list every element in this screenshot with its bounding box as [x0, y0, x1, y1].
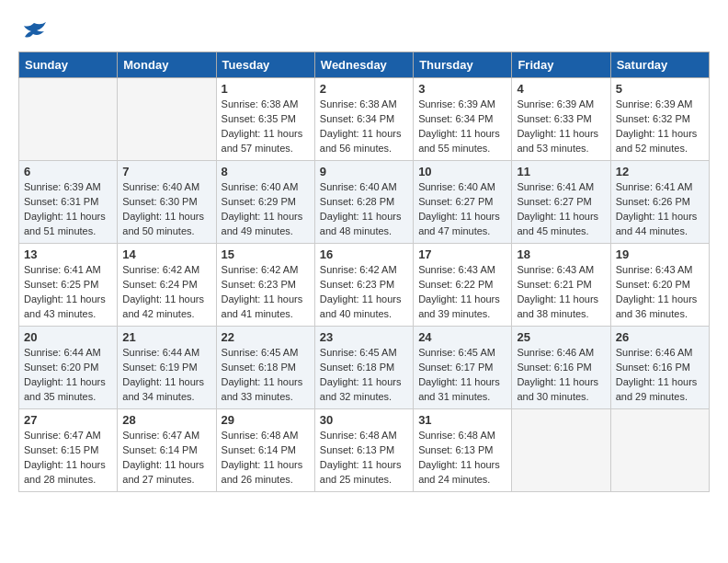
day-number: 24 — [418, 330, 506, 344]
calendar-cell: 13Sunrise: 6:41 AM Sunset: 6:25 PM Dayli… — [19, 244, 118, 327]
calendar-cell: 18Sunrise: 6:43 AM Sunset: 6:21 PM Dayli… — [512, 244, 610, 327]
header-friday: Friday — [512, 52, 610, 78]
day-info: Sunrise: 6:40 AM Sunset: 6:29 PM Dayligh… — [222, 181, 303, 236]
day-info: Sunrise: 6:38 AM Sunset: 6:35 PM Dayligh… — [222, 98, 303, 154]
calendar-cell — [19, 78, 118, 161]
day-number: 8 — [222, 165, 310, 178]
day-number: 25 — [517, 330, 605, 344]
day-info: Sunrise: 6:45 AM Sunset: 6:18 PM Dayligh… — [222, 347, 303, 402]
calendar-cell: 31Sunrise: 6:48 AM Sunset: 6:13 PM Dayli… — [414, 409, 512, 492]
day-number: 29 — [222, 413, 310, 427]
day-info: Sunrise: 6:43 AM Sunset: 6:22 PM Dayligh… — [418, 264, 500, 319]
day-info: Sunrise: 6:43 AM Sunset: 6:21 PM Dayligh… — [517, 264, 598, 319]
day-info: Sunrise: 6:42 AM Sunset: 6:23 PM Dayligh… — [222, 264, 303, 319]
calendar-cell: 19Sunrise: 6:43 AM Sunset: 6:20 PM Dayli… — [610, 244, 709, 327]
calendar-cell: 9Sunrise: 6:40 AM Sunset: 6:28 PM Daylig… — [314, 161, 413, 244]
day-number: 23 — [320, 330, 408, 344]
day-number: 15 — [222, 247, 310, 261]
day-info: Sunrise: 6:47 AM Sunset: 6:15 PM Dayligh… — [24, 430, 106, 485]
calendar-cell: 6Sunrise: 6:39 AM Sunset: 6:31 PM Daylig… — [19, 161, 118, 244]
calendar-cell: 2Sunrise: 6:38 AM Sunset: 6:34 PM Daylig… — [314, 78, 413, 161]
day-info: Sunrise: 6:41 AM Sunset: 6:27 PM Dayligh… — [517, 181, 598, 236]
day-number: 5 — [616, 82, 704, 96]
calendar-cell: 25Sunrise: 6:46 AM Sunset: 6:16 PM Dayli… — [512, 327, 610, 409]
calendar-cell: 11Sunrise: 6:41 AM Sunset: 6:27 PM Dayli… — [512, 161, 610, 244]
day-info: Sunrise: 6:48 AM Sunset: 6:13 PM Dayligh… — [418, 430, 500, 485]
day-info: Sunrise: 6:46 AM Sunset: 6:16 PM Dayligh… — [616, 347, 698, 402]
day-number: 17 — [418, 247, 506, 261]
day-info: Sunrise: 6:39 AM Sunset: 6:34 PM Dayligh… — [418, 98, 500, 154]
day-info: Sunrise: 6:47 AM Sunset: 6:14 PM Dayligh… — [122, 430, 204, 485]
calendar-cell — [512, 409, 610, 492]
calendar-cell: 26Sunrise: 6:46 AM Sunset: 6:16 PM Dayli… — [610, 327, 709, 409]
day-number: 9 — [320, 165, 408, 178]
calendar-cell: 30Sunrise: 6:48 AM Sunset: 6:13 PM Dayli… — [314, 409, 413, 492]
day-number: 27 — [24, 413, 112, 427]
day-number: 22 — [222, 330, 310, 344]
calendar-cell — [118, 78, 216, 161]
header-wednesday: Wednesday — [314, 52, 413, 78]
page-header — [18, 18, 710, 42]
logo-bird-icon — [20, 18, 48, 46]
week-row-5: 27Sunrise: 6:47 AM Sunset: 6:15 PM Dayli… — [19, 409, 710, 492]
calendar-table: SundayMondayTuesdayWednesdayThursdayFrid… — [18, 52, 710, 492]
day-info: Sunrise: 6:42 AM Sunset: 6:23 PM Dayligh… — [320, 264, 402, 319]
day-info: Sunrise: 6:39 AM Sunset: 6:31 PM Dayligh… — [24, 181, 106, 236]
calendar-cell: 16Sunrise: 6:42 AM Sunset: 6:23 PM Dayli… — [314, 244, 413, 327]
day-info: Sunrise: 6:43 AM Sunset: 6:20 PM Dayligh… — [616, 264, 698, 319]
calendar-cell: 14Sunrise: 6:42 AM Sunset: 6:24 PM Dayli… — [118, 244, 216, 327]
day-number: 21 — [122, 330, 210, 344]
calendar-cell: 21Sunrise: 6:44 AM Sunset: 6:19 PM Dayli… — [118, 327, 216, 409]
calendar-cell: 10Sunrise: 6:40 AM Sunset: 6:27 PM Dayli… — [414, 161, 512, 244]
calendar-cell: 24Sunrise: 6:45 AM Sunset: 6:17 PM Dayli… — [414, 327, 512, 409]
day-number: 28 — [122, 413, 210, 427]
day-number: 7 — [122, 165, 210, 178]
calendar-cell: 22Sunrise: 6:45 AM Sunset: 6:18 PM Dayli… — [216, 327, 314, 409]
header-sunday: Sunday — [19, 52, 118, 78]
day-number: 1 — [222, 82, 310, 96]
week-row-1: 1Sunrise: 6:38 AM Sunset: 6:35 PM Daylig… — [19, 78, 710, 161]
week-row-4: 20Sunrise: 6:44 AM Sunset: 6:20 PM Dayli… — [19, 327, 710, 409]
day-number: 19 — [616, 247, 704, 261]
calendar-cell: 17Sunrise: 6:43 AM Sunset: 6:22 PM Dayli… — [414, 244, 512, 327]
day-number: 3 — [418, 82, 506, 96]
day-number: 13 — [24, 247, 112, 261]
day-info: Sunrise: 6:41 AM Sunset: 6:25 PM Dayligh… — [24, 264, 106, 319]
day-info: Sunrise: 6:40 AM Sunset: 6:28 PM Dayligh… — [320, 181, 402, 236]
week-row-3: 13Sunrise: 6:41 AM Sunset: 6:25 PM Dayli… — [19, 244, 710, 327]
header-saturday: Saturday — [610, 52, 709, 78]
day-info: Sunrise: 6:39 AM Sunset: 6:33 PM Dayligh… — [517, 98, 598, 154]
day-info: Sunrise: 6:44 AM Sunset: 6:20 PM Dayligh… — [24, 347, 106, 402]
calendar-cell: 23Sunrise: 6:45 AM Sunset: 6:18 PM Dayli… — [314, 327, 413, 409]
header-row: SundayMondayTuesdayWednesdayThursdayFrid… — [19, 52, 710, 78]
day-info: Sunrise: 6:45 AM Sunset: 6:17 PM Dayligh… — [418, 347, 500, 402]
day-info: Sunrise: 6:41 AM Sunset: 6:26 PM Dayligh… — [616, 181, 698, 236]
calendar-cell — [610, 409, 709, 492]
day-number: 4 — [517, 82, 605, 96]
day-number: 10 — [418, 165, 506, 178]
day-info: Sunrise: 6:48 AM Sunset: 6:13 PM Dayligh… — [320, 430, 402, 485]
calendar-cell: 1Sunrise: 6:38 AM Sunset: 6:35 PM Daylig… — [216, 78, 314, 161]
day-info: Sunrise: 6:40 AM Sunset: 6:30 PM Dayligh… — [122, 181, 204, 236]
day-number: 26 — [616, 330, 704, 344]
day-number: 20 — [24, 330, 112, 344]
calendar-cell: 5Sunrise: 6:39 AM Sunset: 6:32 PM Daylig… — [610, 78, 709, 161]
calendar-cell: 12Sunrise: 6:41 AM Sunset: 6:26 PM Dayli… — [610, 161, 709, 244]
calendar-cell: 4Sunrise: 6:39 AM Sunset: 6:33 PM Daylig… — [512, 78, 610, 161]
day-number: 18 — [517, 247, 605, 261]
day-info: Sunrise: 6:46 AM Sunset: 6:16 PM Dayligh… — [517, 347, 598, 402]
day-info: Sunrise: 6:38 AM Sunset: 6:34 PM Dayligh… — [320, 98, 402, 154]
week-row-2: 6Sunrise: 6:39 AM Sunset: 6:31 PM Daylig… — [19, 161, 710, 244]
calendar-cell: 15Sunrise: 6:42 AM Sunset: 6:23 PM Dayli… — [216, 244, 314, 327]
day-info: Sunrise: 6:45 AM Sunset: 6:18 PM Dayligh… — [320, 347, 402, 402]
header-thursday: Thursday — [414, 52, 512, 78]
calendar-cell: 28Sunrise: 6:47 AM Sunset: 6:14 PM Dayli… — [118, 409, 216, 492]
day-number: 11 — [517, 165, 605, 178]
day-number: 14 — [122, 247, 210, 261]
header-tuesday: Tuesday — [216, 52, 314, 78]
day-number: 30 — [320, 413, 408, 427]
day-number: 16 — [320, 247, 408, 261]
day-info: Sunrise: 6:48 AM Sunset: 6:14 PM Dayligh… — [222, 430, 303, 485]
day-number: 31 — [418, 413, 506, 427]
day-number: 12 — [616, 165, 704, 178]
